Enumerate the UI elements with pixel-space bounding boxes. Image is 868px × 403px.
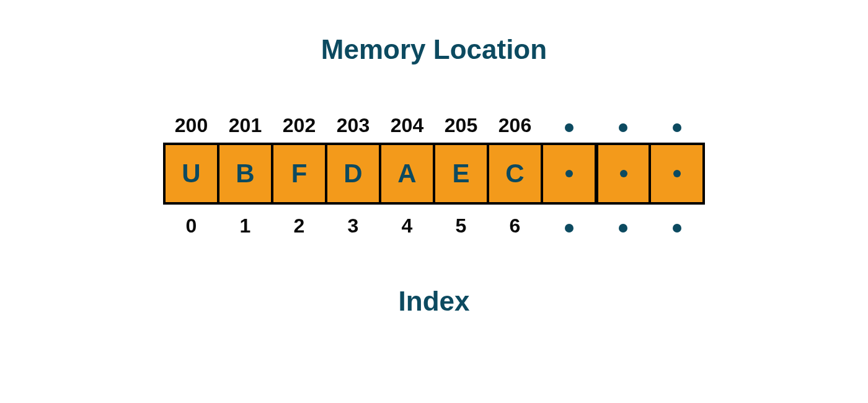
array-cells-row: U B F D A E C bbox=[163, 143, 705, 205]
index-label: 2 bbox=[272, 215, 326, 237]
index-ellipsis bbox=[650, 215, 704, 237]
address-label: 202 bbox=[272, 114, 326, 137]
address-label: 204 bbox=[380, 114, 434, 137]
index-row: 0 1 2 3 4 5 6 bbox=[164, 212, 704, 239]
array-cell: U bbox=[163, 145, 217, 202]
address-ellipsis bbox=[650, 114, 704, 137]
index-label: 0 bbox=[164, 215, 218, 237]
array-cell: F bbox=[271, 145, 325, 202]
address-row: 200 201 202 203 204 205 206 bbox=[164, 112, 704, 139]
address-label: 206 bbox=[488, 114, 542, 137]
index-label: 3 bbox=[326, 215, 380, 237]
address-ellipsis bbox=[542, 114, 596, 137]
array-cell: C bbox=[487, 145, 541, 202]
address-ellipsis bbox=[596, 114, 650, 137]
array-cell: A bbox=[379, 145, 433, 202]
index-ellipsis bbox=[596, 215, 650, 237]
address-label: 200 bbox=[164, 114, 218, 137]
memory-location-title: Memory Location bbox=[321, 34, 547, 65]
address-label: 205 bbox=[434, 114, 488, 137]
array-cell-ellipsis bbox=[595, 145, 649, 202]
index-label: 6 bbox=[488, 215, 542, 237]
array-cell: D bbox=[325, 145, 379, 202]
address-label: 201 bbox=[218, 114, 272, 137]
array-cell: B bbox=[217, 145, 271, 202]
index-label: 5 bbox=[434, 215, 488, 237]
array-diagram: 200 201 202 203 204 205 206 U B F D A E … bbox=[163, 112, 705, 239]
array-cell: E bbox=[433, 145, 487, 202]
index-title: Index bbox=[399, 286, 470, 317]
index-ellipsis bbox=[542, 215, 596, 237]
index-label: 4 bbox=[380, 215, 434, 237]
array-cell-ellipsis bbox=[649, 145, 702, 202]
index-label: 1 bbox=[218, 215, 272, 237]
address-label: 203 bbox=[326, 114, 380, 137]
array-cell-ellipsis bbox=[541, 145, 595, 202]
